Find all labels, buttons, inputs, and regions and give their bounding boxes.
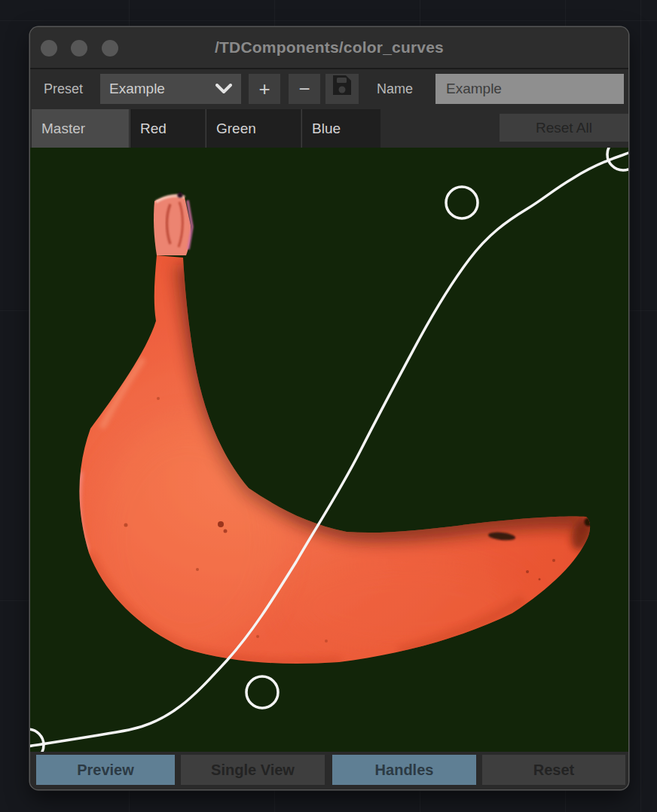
window-button-minimize[interactable]	[71, 40, 87, 56]
window-button-zoom[interactable]	[102, 40, 118, 56]
floppy-disk-icon	[332, 74, 353, 104]
preset-toolbar: Preset Example + − Name	[30, 69, 628, 109]
single-view-toggle-button[interactable]: Single View	[181, 755, 325, 785]
tab-blue-label: Blue	[312, 121, 341, 137]
preset-dropdown[interactable]: Example	[100, 74, 241, 104]
reset-all-button[interactable]: Reset All	[500, 114, 628, 142]
plus-icon: +	[258, 75, 270, 103]
preset-label: Preset	[44, 81, 83, 97]
tab-red[interactable]: Red	[130, 109, 205, 148]
banana-image	[78, 193, 597, 664]
curve-handle[interactable]	[30, 729, 44, 752]
curve-editor-canvas[interactable]	[30, 148, 628, 752]
curve-editor-svg	[30, 148, 628, 752]
chevron-down-icon	[215, 84, 232, 94]
tab-green-label: Green	[216, 121, 256, 137]
curve-handle[interactable]	[246, 676, 278, 708]
channel-tabs: Master Red Green Blue Reset All	[30, 109, 628, 148]
title-bar[interactable]: /TDComponents/color_curves	[30, 27, 628, 69]
color-curves-window: /TDComponents/color_curves Preset Exampl…	[30, 27, 628, 789]
tab-master[interactable]: Master	[32, 109, 129, 148]
reset-button[interactable]: Reset	[482, 755, 625, 785]
remove-preset-button[interactable]: −	[289, 74, 320, 104]
name-label: Name	[377, 81, 413, 97]
preview-toggle-button[interactable]: Preview	[36, 755, 175, 785]
tab-master-label: Master	[41, 121, 85, 137]
minus-icon: −	[298, 75, 310, 103]
preset-name-input[interactable]	[435, 74, 624, 104]
footer-toolbar: Preview Single View Handles Reset	[30, 752, 628, 789]
curve-handle[interactable]	[446, 187, 478, 218]
window-button-close[interactable]	[41, 40, 57, 56]
banana-stem	[154, 193, 192, 256]
preset-dropdown-value: Example	[109, 81, 165, 97]
desktop: { "window": { "title": "/TDComponents/co…	[0, 0, 657, 812]
tab-blue[interactable]: Blue	[301, 109, 380, 148]
save-preset-button[interactable]	[325, 74, 359, 104]
handles-toggle-button[interactable]: Handles	[332, 755, 476, 785]
tab-red-label: Red	[140, 121, 167, 137]
tab-green[interactable]: Green	[206, 109, 301, 148]
window-title: /TDComponents/color_curves	[30, 38, 628, 56]
add-preset-button[interactable]: +	[249, 74, 280, 104]
